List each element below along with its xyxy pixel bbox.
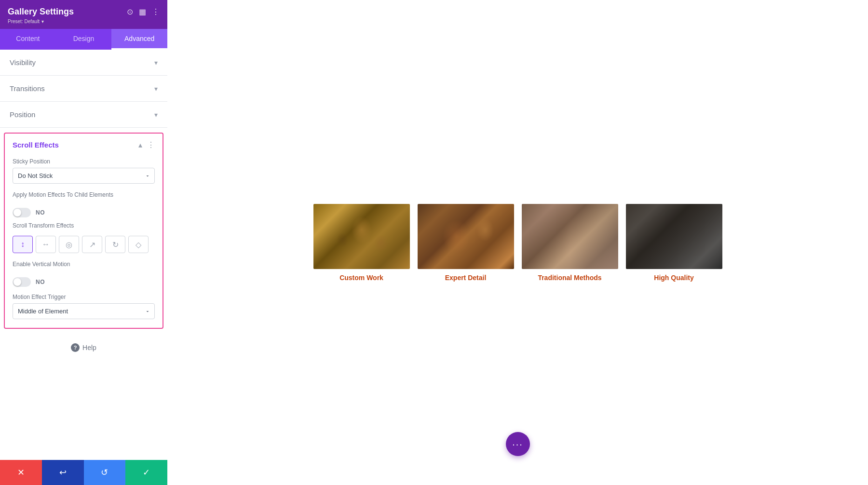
redo-icon: ↺: [101, 467, 108, 478]
visibility-chevron-icon: ▾: [154, 59, 158, 67]
gallery-item-traditional-methods: Traditional Methods: [522, 204, 618, 282]
transform-scale-btn[interactable]: ◇: [128, 236, 149, 253]
motion-trigger-group: Motion Effect Trigger Middle of Element …: [5, 290, 163, 323]
transform-fade-btn[interactable]: ◎: [59, 236, 79, 253]
scroll-effects-header-icons: ▴ ⋮: [138, 140, 155, 149]
bottom-toolbar: ✕ ↩ ↺ ✓: [0, 460, 167, 485]
sticky-position-select[interactable]: Do Not Stick Stick to Top Stick to Botto…: [13, 168, 155, 184]
apply-motion-toggle[interactable]: [13, 208, 31, 217]
enable-vertical-toggle[interactable]: [13, 277, 31, 287]
redo-button[interactable]: ↺: [84, 460, 126, 485]
apply-motion-group: Apply Motion Effects To Child Elements: [5, 188, 163, 205]
scroll-effects-title: Scroll Effects: [13, 141, 59, 149]
preset-chevron-icon: ▾: [41, 19, 44, 24]
gallery-caption-high-quality: High Quality: [654, 274, 693, 282]
floating-action-button[interactable]: ···: [506, 432, 530, 456]
gallery-item-high-quality: High Quality: [626, 204, 722, 282]
motion-trigger-select[interactable]: Middle of Element Top of Element Bottom …: [13, 303, 155, 319]
panel-title: Gallery Settings: [8, 7, 74, 17]
gallery-image-high-quality[interactable]: [626, 204, 722, 269]
gallery-item-expert-detail: Expert Detail: [418, 204, 514, 282]
gallery-caption-traditional-methods: Traditional Methods: [538, 274, 601, 282]
save-icon: ✓: [143, 467, 150, 478]
transitions-section: Transitions ▾: [0, 76, 167, 102]
transform-skew-btn[interactable]: ↗: [82, 236, 102, 253]
enable-vertical-value: NO: [36, 279, 45, 285]
sticky-position-label: Sticky Position: [13, 158, 155, 165]
tab-advanced[interactable]: Advanced: [111, 29, 167, 50]
scroll-effects-more-icon[interactable]: ⋮: [147, 140, 155, 149]
position-chevron-icon: ▾: [154, 111, 158, 119]
sidebar: Gallery Settings ⊙ ▦ ⋮ Preset: Default ▾…: [0, 0, 167, 485]
apply-motion-value: NO: [36, 209, 45, 216]
preset-label[interactable]: Preset: Default ▾: [8, 19, 160, 24]
transitions-header[interactable]: Transitions ▾: [0, 76, 167, 101]
enable-vertical-toggle-row: NO: [5, 274, 163, 290]
cancel-button[interactable]: ✕: [0, 460, 42, 485]
sidebar-scroll-area: Visibility ▾ Transitions ▾ Position ▾ Sc…: [0, 50, 167, 485]
gallery-grid: Custom Work Expert Detail Traditional Me…: [294, 185, 742, 301]
apply-motion-toggle-knob: [14, 209, 21, 216]
scroll-transform-label: Scroll Transform Effects: [5, 220, 163, 230]
help-section[interactable]: ? Help: [0, 334, 167, 362]
gallery-image-traditional-methods[interactable]: [522, 204, 618, 269]
save-button[interactable]: ✓: [125, 460, 167, 485]
transitions-label: Transitions: [10, 84, 45, 93]
motion-trigger-label: Motion Effect Trigger: [13, 294, 155, 300]
sticky-position-group: Sticky Position Do Not Stick Stick to To…: [5, 154, 163, 188]
sidebar-header: Gallery Settings ⊙ ▦ ⋮ Preset: Default ▾: [0, 0, 167, 29]
help-icon: ?: [71, 343, 80, 352]
main-content: Custom Work Expert Detail Traditional Me…: [167, 0, 868, 485]
transform-vertical-btn[interactable]: ↕: [13, 236, 33, 253]
cancel-icon: ✕: [17, 467, 25, 478]
scroll-effects-collapse-icon[interactable]: ▴: [138, 140, 142, 149]
gallery-image-custom-work[interactable]: [313, 204, 410, 269]
enable-vertical-group: Enable Vertical Motion: [5, 257, 163, 274]
scroll-effects-header: Scroll Effects ▴ ⋮: [5, 134, 163, 154]
undo-button[interactable]: ↩: [42, 460, 84, 485]
scroll-effects-section: Scroll Effects ▴ ⋮ Sticky Position Do No…: [4, 133, 163, 329]
apply-motion-toggle-row: NO: [5, 205, 163, 220]
visibility-header[interactable]: Visibility ▾: [0, 50, 167, 75]
tab-bar: Content Design Advanced: [0, 29, 167, 50]
visibility-section: Visibility ▾: [0, 50, 167, 76]
enable-vertical-label: Enable Vertical Motion: [13, 261, 155, 268]
position-label: Position: [10, 110, 35, 119]
position-section: Position ▾: [0, 102, 167, 128]
undo-icon: ↩: [59, 467, 67, 478]
apply-motion-label: Apply Motion Effects To Child Elements: [13, 191, 155, 198]
tab-content[interactable]: Content: [0, 29, 56, 50]
gallery-image-expert-detail[interactable]: [418, 204, 514, 269]
visibility-label: Visibility: [10, 58, 36, 67]
fab-icon: ···: [512, 439, 523, 450]
help-label: Help: [82, 344, 96, 351]
position-header[interactable]: Position ▾: [0, 102, 167, 127]
preset-text: Preset: Default: [8, 19, 40, 24]
transform-icons-group: ↕ ↔ ◎ ↗ ↻ ◇: [5, 234, 163, 257]
gallery-item-custom-work: Custom Work: [313, 204, 410, 282]
layout-icon[interactable]: ▦: [139, 7, 146, 16]
tab-design[interactable]: Design: [56, 29, 112, 50]
gallery-caption-custom-work: Custom Work: [339, 274, 383, 282]
enable-vertical-toggle-knob: [14, 278, 21, 286]
gallery-caption-expert-detail: Expert Detail: [445, 274, 487, 282]
header-icons: ⊙ ▦ ⋮: [127, 7, 160, 16]
settings-icon[interactable]: ⊙: [127, 7, 133, 16]
transform-horizontal-btn[interactable]: ↔: [36, 236, 56, 253]
transitions-chevron-icon: ▾: [154, 85, 158, 93]
transform-rotate-btn[interactable]: ↻: [105, 236, 125, 253]
more-icon[interactable]: ⋮: [152, 7, 160, 16]
